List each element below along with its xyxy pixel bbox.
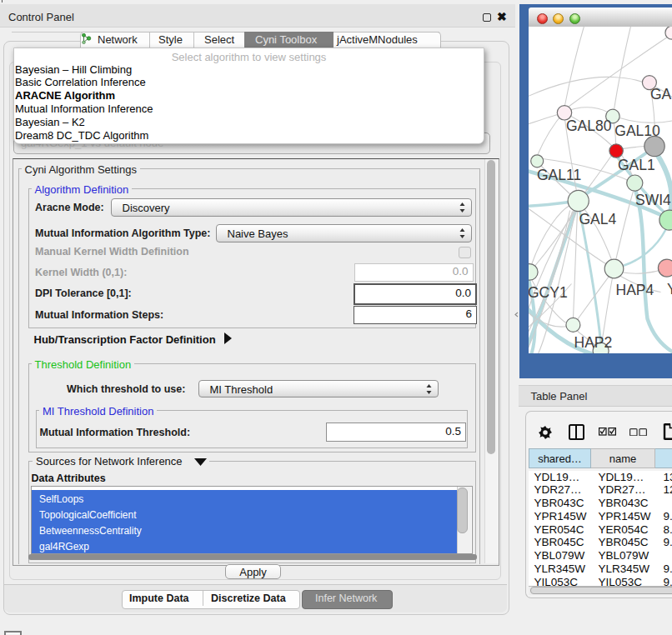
svg-text:GAL10: GAL10 (614, 122, 660, 139)
svg-text:Y: Y (667, 280, 672, 297)
svg-text:HAP2: HAP2 (574, 334, 612, 351)
svg-text:GAL4: GAL4 (579, 211, 616, 228)
svg-text:GAL1: GAL1 (618, 156, 655, 172)
svg-text:GAL80: GAL80 (566, 117, 612, 133)
svg-text:SWI4: SWI4 (635, 191, 671, 208)
svg-text:HAP4: HAP4 (615, 282, 654, 298)
svg-text:GCY1: GCY1 (529, 284, 568, 301)
svg-text:GAL11: GAL11 (537, 167, 581, 183)
svg-text:GAL7: GAL7 (650, 86, 672, 102)
